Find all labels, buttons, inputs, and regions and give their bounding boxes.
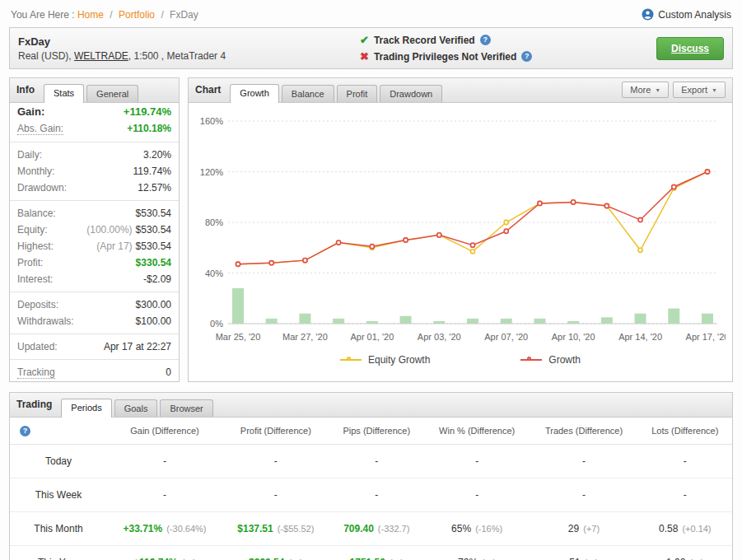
period-label: This Week xyxy=(10,478,107,512)
y-tick-label: 0% xyxy=(210,319,223,329)
account-header: FxDay Real (USD), WELTRADE, 1:500 , Meta… xyxy=(9,27,733,69)
period-cell: +119.74%( - ) xyxy=(107,546,222,560)
period-cell: 51( - ) xyxy=(530,546,637,560)
data-point xyxy=(337,240,341,245)
volume-bar xyxy=(702,314,713,324)
column-profit: Profit (Difference) xyxy=(222,418,329,445)
info-value: -$2.09 xyxy=(143,273,171,285)
account-summary: FxDay Real (USD), WELTRADE, 1:500 , Meta… xyxy=(18,35,360,62)
discuss-button[interactable]: Discuss xyxy=(656,37,724,60)
more-button[interactable]: More▼ xyxy=(622,82,669,98)
volume-bar xyxy=(635,314,646,324)
period-cell: - xyxy=(530,445,637,478)
help-icon[interactable]: ? xyxy=(521,51,532,62)
x-tick-label: Mar 27, '20 xyxy=(282,332,328,342)
info-value-prefix: (Apr 17) xyxy=(96,240,132,252)
info-label: Drawdown: xyxy=(17,182,67,194)
y-tick-label: 80% xyxy=(205,217,223,227)
info-label: Abs. Gain: xyxy=(17,123,63,135)
info-label: Gain: xyxy=(17,105,44,118)
info-value: $330.54 xyxy=(136,257,171,268)
period-cell: - xyxy=(424,445,530,478)
period-row-today: Today - - - - - - xyxy=(10,445,732,478)
x-tick-label: Apr 07, '20 xyxy=(484,332,528,342)
volume-bar xyxy=(400,316,412,324)
privileges-line: ✖ Trading Privileges Not Verified ? xyxy=(360,50,532,63)
legend-equity-growth[interactable]: Equity Growth xyxy=(340,354,430,366)
growth-swatch xyxy=(520,359,542,361)
check-icon: ✔ xyxy=(360,34,369,46)
help-icon[interactable]: ? xyxy=(480,35,491,45)
divider xyxy=(10,359,179,360)
tab-balance[interactable]: Balance xyxy=(282,85,334,102)
period-row-this-week: This Week - - - - - - xyxy=(10,478,732,512)
x-tick-label: Apr 14, '20 xyxy=(618,332,662,342)
period-label: This Year xyxy=(10,546,107,560)
divider xyxy=(10,292,179,292)
tab-general[interactable]: General xyxy=(86,85,138,102)
tab-goals[interactable]: Goals xyxy=(114,399,158,417)
periods-header-help: ? xyxy=(10,418,107,445)
info-value-main: $530.54 xyxy=(136,224,171,236)
x-tick-label: Mar 25, '20 xyxy=(216,332,261,342)
data-point xyxy=(437,233,441,237)
custom-analysis-button[interactable]: Custom Analysis xyxy=(642,8,731,21)
info-label: Highest: xyxy=(17,240,54,252)
period-cell: - xyxy=(222,445,329,478)
period-cell: - xyxy=(107,478,222,512)
volume-bar xyxy=(266,319,278,324)
info-value: 0 xyxy=(166,366,171,378)
period-row-this-year: This Year +119.74%( - ) $330.54( - ) 175… xyxy=(10,546,732,560)
info-value: 3.20% xyxy=(143,149,171,161)
info-value: Apr 17 at 22:27 xyxy=(104,341,171,352)
legend-growth[interactable]: Growth xyxy=(520,354,581,366)
data-point xyxy=(604,203,609,208)
tab-profit[interactable]: Profit xyxy=(337,85,378,102)
data-point xyxy=(504,220,508,224)
info-value: (Apr 17)$530.54 xyxy=(96,240,171,252)
data-point xyxy=(705,170,709,174)
track-record-line: ✔ Track Record Verified ? xyxy=(360,34,532,46)
chart-panel-title: Chart xyxy=(195,84,221,96)
tab-periods[interactable]: Periods xyxy=(61,399,111,418)
info-panel-title: Info xyxy=(16,84,35,96)
privileges-label: Trading Privileges Not Verified xyxy=(374,51,516,63)
chart-actions: More▼ Export▼ xyxy=(622,82,726,98)
info-value: (100.00%)$530.54 xyxy=(86,224,171,236)
period-cell: $137.51(-$55.52) xyxy=(222,512,329,546)
tab-browser[interactable]: Browser xyxy=(160,399,212,417)
period-cell: +33.71%(-30.64%) xyxy=(107,512,222,546)
broker-link[interactable]: WELTRADE xyxy=(74,50,128,62)
volume-bar xyxy=(232,288,244,324)
info-row-interest: Interest: -$2.09 xyxy=(10,271,179,287)
data-point xyxy=(236,262,240,266)
period-row-this-month: This Month +33.71%(-30.64%) $137.51(-$55… xyxy=(10,512,732,546)
info-row-highest: Highest: (Apr 17)$530.54 xyxy=(10,238,179,254)
info-value: +110.18% xyxy=(127,123,171,134)
help-icon[interactable]: ? xyxy=(20,426,30,436)
breadcrumb: You Are Here : Home / Portfolio / FxDay xyxy=(11,9,198,21)
tab-drawdown[interactable]: Drawdown xyxy=(380,85,442,102)
breadcrumb-home-link[interactable]: Home xyxy=(77,9,104,21)
info-value: 12.57% xyxy=(138,182,171,194)
legend-label: Growth xyxy=(548,354,581,366)
y-tick-label: 160% xyxy=(200,116,223,126)
info-value: 119.74% xyxy=(133,166,171,177)
trading-tabbar: Trading Periods Goals Browser xyxy=(10,393,732,418)
tab-stats[interactable]: Stats xyxy=(44,84,84,103)
breadcrumb-portfolio-link[interactable]: Portfolio xyxy=(119,9,155,21)
info-value: $530.54 xyxy=(136,208,171,219)
legend-label: Equity Growth xyxy=(368,354,430,366)
volume-bar xyxy=(501,319,512,324)
chart-body: 0%40%80%120%160%Mar 25, '20Mar 27, '20Ap… xyxy=(189,103,732,377)
tab-growth[interactable]: Growth xyxy=(230,84,278,103)
period-cell: 1751.50( - ) xyxy=(329,546,424,560)
info-row-updated: Updated: Apr 17 at 22:27 xyxy=(10,338,179,355)
info-row-balance: Balance: $530.54 xyxy=(10,205,179,222)
period-cell: 0.58(+0.14) xyxy=(638,512,732,546)
data-point xyxy=(303,259,307,263)
volume-bar xyxy=(333,319,344,324)
breadcrumb-prefix: You Are Here : xyxy=(11,9,75,21)
info-label: Monthly: xyxy=(17,166,54,177)
export-button[interactable]: Export▼ xyxy=(673,82,726,98)
